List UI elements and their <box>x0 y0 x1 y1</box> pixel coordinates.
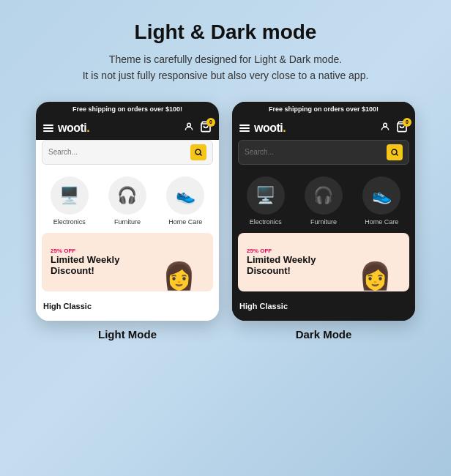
furniture-label-dark: Furniture <box>310 218 337 226</box>
category-homecare-dark[interactable]: 👟 Home Care <box>362 176 400 226</box>
homecare-label-dark: Home Care <box>365 218 398 226</box>
furniture-icon-light: 🎧 <box>108 176 146 215</box>
furniture-label-light: Furniture <box>114 218 141 226</box>
light-promo-model: 👩 <box>153 233 204 291</box>
dark-bottom-title: High Classic <box>239 302 408 310</box>
light-search-bar[interactable] <box>42 140 213 165</box>
light-promo-off: 25% OFF <box>51 248 153 254</box>
light-bottom-section: High Classic <box>36 296 219 321</box>
dark-mode-label: Dark Mode <box>296 328 352 341</box>
dark-navbar-left: wooti. <box>239 122 286 135</box>
electronics-label-light: Electronics <box>53 218 86 226</box>
homecare-icon-dark: 👟 <box>362 176 400 215</box>
category-homecare-light[interactable]: 👟 Home Care <box>166 176 204 226</box>
light-bottom-title: High Classic <box>43 302 212 310</box>
svg-line-7 <box>396 154 398 155</box>
brand-name-dark: wooti. <box>254 122 286 135</box>
cart-icon-light[interactable]: 0 <box>200 121 212 135</box>
light-promo-banner: 25% OFF Limited Weekly Discount! 👩 <box>42 233 213 291</box>
light-promo-text: 25% OFF Limited Weekly Discount! <box>51 248 153 277</box>
hamburger-icon[interactable] <box>43 124 53 132</box>
light-mode-label: Light Mode <box>98 328 157 341</box>
light-search-input[interactable] <box>48 148 186 156</box>
search-icon-box-light <box>190 144 206 160</box>
search-icon-box-dark <box>387 144 403 160</box>
category-electronics-light[interactable]: 🖥️ Electronics <box>51 176 89 226</box>
category-furniture-dark[interactable]: 🎧 Furniture <box>305 176 343 226</box>
user-icon-light[interactable] <box>184 122 194 135</box>
dark-promo-model: 👩 <box>349 233 400 291</box>
homecare-icon-light: 👟 <box>166 176 204 215</box>
light-navbar-left: wooti. <box>43 122 89 135</box>
electronics-label-dark: Electronics <box>250 218 282 226</box>
dark-navbar-right: 0 <box>380 121 408 135</box>
subtitle-line1: Theme is carefully designed for Light & … <box>109 53 342 65</box>
category-furniture-light[interactable]: 🎧 Furniture <box>108 176 146 226</box>
page-title: Light & Dark mode <box>135 21 317 44</box>
light-top-bar: Free shipping on orders over $100! <box>36 102 219 116</box>
dark-search-bar[interactable] <box>238 140 409 165</box>
dark-navbar: wooti. 0 <box>232 116 415 140</box>
dark-top-bar: Free shipping on orders over $100! <box>232 102 415 116</box>
dark-promo-text: 25% OFF Limited Weekly Discount! <box>247 248 349 277</box>
dark-mode-phone: Free shipping on orders over $100! wooti… <box>232 102 415 321</box>
user-icon-dark[interactable] <box>380 122 390 135</box>
svg-line-3 <box>200 154 201 155</box>
cart-badge-light: 0 <box>206 118 215 127</box>
cart-icon-dark[interactable]: 0 <box>396 121 408 135</box>
electronics-icon-dark: 🖥️ <box>247 176 285 215</box>
phones-row: Free shipping on orders over $100! wooti… <box>36 102 415 341</box>
brand-name-light: wooti. <box>58 122 89 135</box>
hamburger-icon-dark[interactable] <box>239 124 250 132</box>
subtitle-line2: It is not just fully responsive but also… <box>83 70 369 81</box>
cart-badge-dark: 0 <box>403 118 411 127</box>
dark-promo-banner: 25% OFF Limited Weekly Discount! 👩 <box>238 233 409 291</box>
light-promo-title: Limited Weekly Discount! <box>51 254 153 277</box>
dark-mode-phone-wrapper: Free shipping on orders over $100! wooti… <box>232 102 415 341</box>
light-mode-phone-wrapper: Free shipping on orders over $100! wooti… <box>36 102 219 341</box>
svg-point-2 <box>195 149 201 155</box>
dark-search-input[interactable] <box>245 148 382 156</box>
light-navbar-right: 0 <box>184 121 212 135</box>
electronics-icon-light: 🖥️ <box>51 176 89 215</box>
svg-point-6 <box>392 149 397 155</box>
svg-point-4 <box>384 123 387 127</box>
light-mode-phone: Free shipping on orders over $100! wooti… <box>36 102 219 321</box>
dark-bottom-section: High Classic <box>232 296 415 321</box>
light-navbar: wooti. 0 <box>36 116 219 140</box>
homecare-label-light: Home Care <box>168 218 202 226</box>
svg-point-0 <box>187 123 191 127</box>
dark-promo-off: 25% OFF <box>247 248 349 254</box>
page-subtitle: Theme is carefully designed for Light & … <box>83 51 369 84</box>
dark-promo-title: Limited Weekly Discount! <box>247 254 349 277</box>
category-electronics-dark[interactable]: 🖥️ Electronics <box>247 176 285 226</box>
furniture-icon-dark: 🎧 <box>305 176 343 215</box>
light-categories: 🖥️ Electronics 🎧 Furniture 👟 Home Care <box>36 171 219 228</box>
dark-categories: 🖥️ Electronics 🎧 Furniture 👟 Home Care <box>232 171 415 228</box>
